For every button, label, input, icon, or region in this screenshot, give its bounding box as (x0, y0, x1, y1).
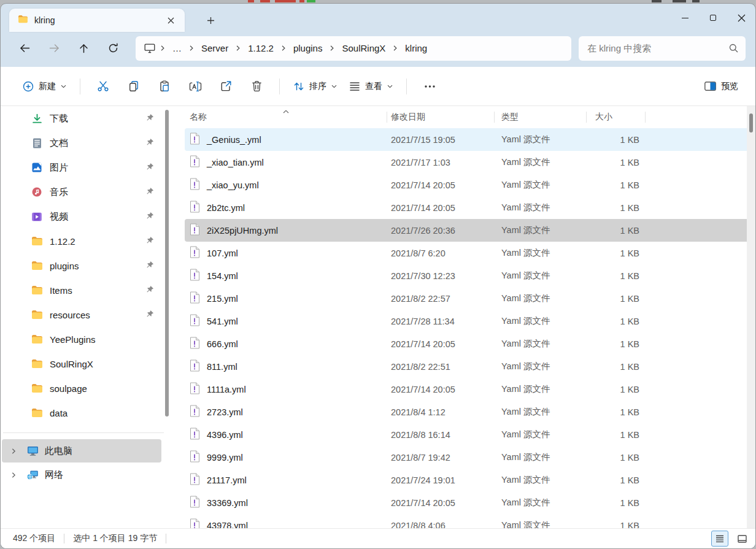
file-row[interactable]: 154.yml2021/7/30 12:23Yaml 源文件1 KB (185, 264, 755, 287)
breadcrumb-item-1.12.2[interactable]: 1.12.2 (243, 40, 279, 56)
cut-button[interactable] (90, 75, 117, 98)
preview-button[interactable]: 预览 (698, 76, 744, 97)
breadcrumb-item-klring[interactable]: klring (400, 40, 432, 56)
file-list-scrollbar[interactable] (747, 106, 755, 528)
sidebar-item-plugins[interactable]: plugins (2, 253, 161, 278)
breadcrumb[interactable]: …Server1.12.2pluginsSoulRingXklring (136, 36, 571, 61)
file-row[interactable]: _xiao_yu.yml2021/7/14 20:05Yaml 源文件1 KB (185, 174, 755, 196)
file-row[interactable]: 43978.yml2021/8/8 4:06Yaml 源文件1 KB (185, 514, 755, 528)
details-view-button[interactable] (711, 531, 728, 547)
rename-button[interactable] (182, 75, 209, 98)
breadcrumb-overflow-button[interactable]: … (168, 40, 187, 56)
copy-button[interactable] (120, 75, 147, 98)
file-row[interactable]: 1111a.yml2021/7/14 20:05Yaml 源文件1 KB (185, 378, 755, 401)
file-row[interactable]: 811.yml2021/8/2 22:51Yaml 源文件1 KB (185, 355, 755, 378)
new-button[interactable]: 新建 (17, 76, 72, 97)
sidebar-item-下载[interactable]: 下载 (2, 106, 161, 131)
file-date-modified: 2021/7/26 20:36 (387, 219, 495, 242)
sidebar-item-YeePlugins[interactable]: YeePlugins (2, 327, 161, 351)
file-type: Yaml 源文件 (495, 446, 587, 469)
yaml-file-icon (190, 269, 200, 283)
up-button[interactable] (73, 38, 94, 59)
explorer-tab[interactable]: klring (9, 9, 185, 32)
sidebar-item-data[interactable]: data (2, 401, 161, 425)
minimize-button[interactable] (671, 4, 699, 32)
file-row[interactable]: 215.yml2021/8/2 22:57Yaml 源文件1 KB (185, 287, 755, 310)
preview-pane-icon (704, 82, 716, 91)
file-row[interactable]: _xiao_tian.yml2021/7/17 1:03Yaml 源文件1 KB (185, 151, 755, 174)
column-header-size[interactable]: 大小 (587, 106, 646, 128)
this-pc-icon (25, 446, 40, 456)
folder-icon (30, 236, 44, 246)
breadcrumb-chevron-icon[interactable] (279, 45, 288, 52)
file-row[interactable]: 4396.yml2021/8/8 16:14Yaml 源文件1 KB (185, 423, 755, 446)
paste-button[interactable] (151, 75, 178, 98)
file-row[interactable]: 2b2tc.yml2021/7/14 20:05Yaml 源文件1 KB (185, 196, 755, 219)
breadcrumb-item-Server[interactable]: Server (196, 40, 233, 56)
column-header-date-modified[interactable]: 修改日期 (387, 106, 495, 128)
column-header-name[interactable]: 名称 (185, 106, 387, 128)
sidebar-item-文档[interactable]: 文档 (2, 131, 161, 155)
file-row[interactable]: 107.yml2021/8/7 6:20Yaml 源文件1 KB (185, 242, 755, 264)
delete-button[interactable] (243, 75, 270, 98)
sidebar-item-此电脑[interactable]: 此电脑 (2, 439, 161, 463)
file-row[interactable]: 9999.yml2021/8/7 19:42Yaml 源文件1 KB (185, 446, 755, 469)
folder-icon (30, 383, 44, 393)
breadcrumb-chevron-icon[interactable] (390, 45, 400, 52)
forward-button[interactable] (44, 38, 64, 59)
breadcrumb-chevron-icon[interactable] (158, 45, 168, 52)
file-row[interactable]: 666.yml2021/7/14 20:05Yaml 源文件1 KB (185, 332, 755, 355)
expand-chevron-icon[interactable] (10, 472, 21, 478)
view-button[interactable]: 查看 (343, 76, 399, 97)
file-row[interactable]: 33369.yml2021/7/14 20:05Yaml 源文件1 KB (185, 491, 755, 514)
download-icon (30, 113, 44, 124)
file-row[interactable]: 21117.yml2021/7/24 19:01Yaml 源文件1 KB (185, 469, 755, 491)
sidebar-item-Items[interactable]: Items (2, 278, 161, 302)
share-button[interactable] (212, 75, 239, 98)
sidebar-item-SoulRingX[interactable]: SoulRingX (2, 351, 161, 376)
refresh-button[interactable] (102, 38, 123, 59)
column-header-type[interactable]: 类型 (495, 106, 587, 128)
sidebar-item-音乐[interactable]: 音乐 (2, 180, 161, 204)
tab-close-icon[interactable] (163, 12, 179, 28)
file-row[interactable]: _Genius_.yml2021/7/15 19:05Yaml 源文件1 KB (185, 128, 755, 151)
breadcrumb-chevron-icon[interactable] (187, 45, 196, 52)
thumbnail-view-button[interactable] (733, 531, 750, 547)
breadcrumb-item-SoulRingX[interactable]: SoulRingX (337, 40, 390, 56)
file-row[interactable]: 2723.yml2021/8/4 1:12Yaml 源文件1 KB (185, 401, 755, 423)
breadcrumb-chevron-icon[interactable] (327, 45, 337, 52)
yaml-file-icon (190, 132, 200, 147)
new-tab-button[interactable] (202, 12, 219, 28)
file-date-modified: 2021/8/2 22:51 (387, 355, 495, 378)
details-view-icon (716, 535, 724, 543)
file-row[interactable]: 2iX25pjUHmg.yml2021/7/26 20:36Yaml 源文件1 … (185, 219, 755, 242)
breadcrumb-device-icon[interactable] (142, 44, 158, 53)
maximize-button[interactable] (699, 4, 727, 32)
back-button[interactable] (14, 38, 35, 59)
explorer-window: klring (0, 0, 756, 549)
file-size: 1 KB (587, 219, 646, 242)
file-size: 1 KB (587, 128, 646, 151)
sidebar-item-soulpage[interactable]: soulpage (2, 376, 161, 401)
search-input[interactable] (587, 43, 729, 53)
sort-button[interactable]: 排序 (287, 76, 343, 97)
breadcrumb-item-plugins[interactable]: plugins (288, 40, 328, 56)
sidebar-item-1.12.2[interactable]: 1.12.2 (2, 229, 161, 253)
sidebar-item-视频[interactable]: 视频 (2, 204, 161, 229)
breadcrumb-chevron-icon[interactable] (233, 45, 243, 52)
sidebar-item-网络[interactable]: 网络 (2, 463, 161, 486)
file-row[interactable]: 541.yml2021/7/28 11:34Yaml 源文件1 KB (185, 310, 755, 332)
more-options-button[interactable] (416, 75, 443, 98)
sidebar-item-resources[interactable]: resources (2, 302, 161, 327)
scrollbar-thumb[interactable] (749, 113, 753, 132)
sidebar-scrollbar[interactable] (165, 110, 169, 417)
search-box[interactable] (579, 36, 746, 61)
sidebar-item-图片[interactable]: 图片 (2, 155, 161, 180)
file-date-modified: 2021/8/7 6:20 (387, 242, 495, 264)
item-count: 492 个项目 (13, 533, 55, 544)
chevron-down-icon (331, 85, 337, 88)
close-button[interactable] (727, 4, 755, 32)
expand-chevron-icon[interactable] (10, 448, 21, 455)
sort-ascending-icon (283, 106, 289, 115)
cut-icon (97, 80, 109, 92)
